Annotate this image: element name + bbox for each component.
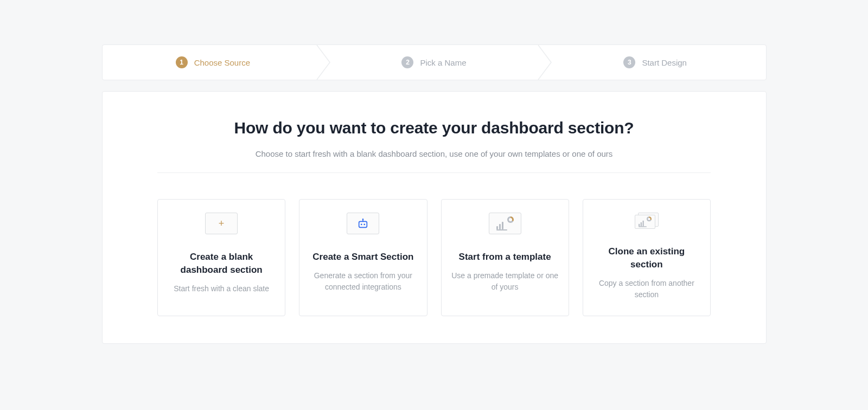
step-choose-source[interactable]: 1 Choose Source xyxy=(103,45,324,80)
option-start-from-template[interactable]: Start from a template Use a premade temp… xyxy=(441,199,569,316)
option-description: Copy a section from another section xyxy=(593,278,700,300)
plus-icon: + xyxy=(205,213,238,234)
svg-point-1 xyxy=(361,223,362,225)
option-description: Start fresh with a clean slate xyxy=(174,283,269,294)
step-label: Start Design xyxy=(642,58,687,67)
step-label: Choose Source xyxy=(194,58,250,67)
step-label: Pick a Name xyxy=(420,58,466,67)
option-create-blank[interactable]: + Create a blank dashboard section Start… xyxy=(157,199,285,316)
option-title: Create a Smart Section xyxy=(312,251,413,264)
option-create-smart-section[interactable]: Create a Smart Section Generate a sectio… xyxy=(299,199,427,316)
option-description: Generate a section from your connected i… xyxy=(309,270,417,293)
divider xyxy=(157,172,711,173)
option-clone-existing[interactable]: Clone an existing section Copy a section… xyxy=(583,199,711,316)
page-title: How do you want to create your dashboard… xyxy=(157,119,711,137)
main-panel: How do you want to create your dashboard… xyxy=(102,91,767,344)
option-title: Clone an existing section xyxy=(593,245,700,271)
page-subtitle: Choose to start fresh with a blank dashb… xyxy=(157,149,711,158)
svg-point-2 xyxy=(364,223,366,225)
step-number-badge: 2 xyxy=(401,56,413,68)
options-grid: + Create a blank dashboard section Start… xyxy=(157,199,711,316)
option-description: Use a premade template or one of yours xyxy=(451,270,559,293)
template-icon xyxy=(489,213,521,234)
robot-icon xyxy=(347,213,379,234)
step-number-badge: 3 xyxy=(623,56,635,68)
svg-rect-0 xyxy=(359,221,367,227)
step-number-badge: 1 xyxy=(176,56,188,68)
step-pick-a-name[interactable]: 2 Pick a Name xyxy=(323,45,545,80)
step-start-design[interactable]: 3 Start Design xyxy=(545,45,766,80)
option-title: Create a blank dashboard section xyxy=(168,251,275,277)
clone-icon xyxy=(635,213,659,229)
wizard-stepper: 1 Choose Source 2 Pick a Name 3 Start De… xyxy=(102,44,767,80)
svg-point-4 xyxy=(362,219,363,220)
option-title: Start from a template xyxy=(459,251,551,264)
